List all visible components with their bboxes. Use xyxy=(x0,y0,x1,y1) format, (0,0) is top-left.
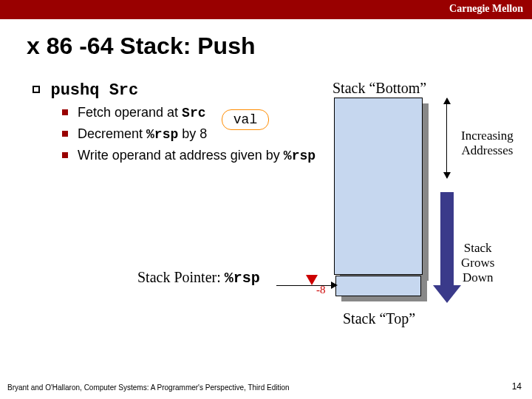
sp-text: Stack Pointer: xyxy=(137,269,225,285)
hollow-square-icon xyxy=(33,86,40,93)
sp-arrow-line xyxy=(276,285,335,286)
sub2-text-a: Decrement xyxy=(78,126,146,141)
val-oval: val xyxy=(222,109,269,130)
sub-item-2: Decrement %rsp by 8 xyxy=(62,123,316,145)
grows-line1: Stack xyxy=(464,241,492,255)
sp-reg: %rsp xyxy=(225,270,260,287)
grows-line3: Down xyxy=(463,270,494,284)
stack-rect xyxy=(334,98,423,275)
increasing-line2: Addresses xyxy=(461,143,513,157)
red-square-icon xyxy=(62,109,68,115)
stack-pointer-label: Stack Pointer: %rsp xyxy=(137,269,260,287)
page-number: 14 xyxy=(512,381,522,392)
sp-arrow-head-icon xyxy=(331,282,338,289)
pushed-cell xyxy=(335,276,421,296)
instr-operand: Src xyxy=(109,81,139,100)
grows-line2: Grows xyxy=(461,256,494,270)
org-name: Carnegie Mellon xyxy=(449,3,523,15)
stack-top-label: Stack “Top” xyxy=(343,310,415,327)
grows-down-label: Stack Grows Down xyxy=(461,241,494,285)
red-square-icon xyxy=(62,131,68,137)
main-bullet: pushq Src xyxy=(33,80,138,100)
increasing-label: Increasing Addresses xyxy=(461,129,514,158)
grows-down-arrow-head-icon xyxy=(433,285,461,303)
sub1-text: Fetch operand at xyxy=(78,105,182,120)
slide-title: x 86 -64 Stack: Push xyxy=(27,33,255,60)
increasing-double-arrow-icon xyxy=(446,98,447,178)
grows-down-arrow-stem xyxy=(440,192,454,287)
delta-label: -8 xyxy=(316,284,326,296)
sub2-text-c: by 8 xyxy=(178,126,207,141)
sub3-text: Write operand at address given by xyxy=(78,148,284,163)
stack-bottom-label: Stack “Bottom” xyxy=(332,80,426,97)
sub1-mono: Src xyxy=(182,106,205,120)
header-band: Carnegie Mellon xyxy=(0,0,532,19)
sub-item-1: Fetch operand at Src xyxy=(62,102,316,123)
increasing-line1: Increasing xyxy=(461,129,514,143)
sub-bullet-list: Fetch operand at Src Decrement %rsp by 8… xyxy=(62,102,316,166)
red-square-icon xyxy=(62,152,68,158)
sub-item-3: Write operand at address given by %rsp xyxy=(62,145,316,166)
footer-citation: Bryant and O'Hallaron, Computer Systems:… xyxy=(7,383,290,392)
sub3-mono: %rsp xyxy=(284,149,316,163)
sub2-mono: %rsp xyxy=(146,127,178,142)
instr-name: pushq xyxy=(50,81,109,100)
